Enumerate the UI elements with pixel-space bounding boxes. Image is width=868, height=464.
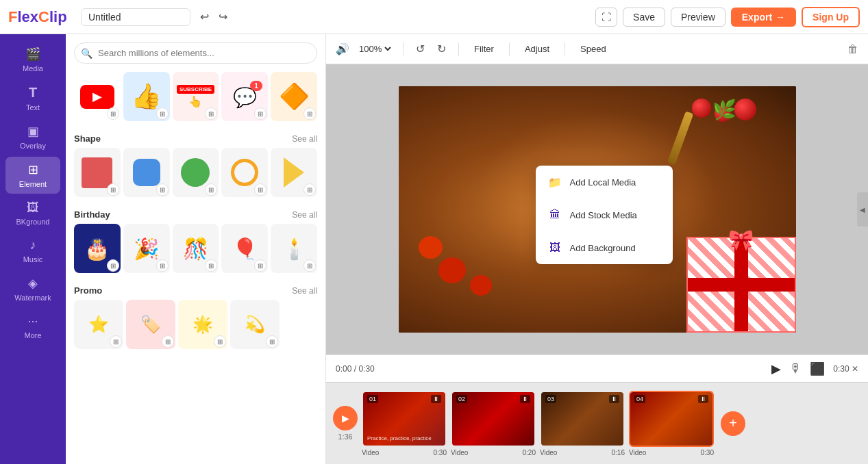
sticker-circle[interactable]: 🔶 ⊞	[271, 72, 317, 121]
sidebar-item-media[interactable]: 🎬 Media	[5, 41, 60, 78]
zoom-select[interactable]: 100%	[356, 43, 393, 55]
bday-party-hat[interactable]: 🎉 ⊞	[123, 224, 170, 273]
signup-button[interactable]: Sign Up	[802, 7, 860, 27]
promo-add2[interactable]: ⊞	[162, 335, 174, 348]
sticker-add-btn2[interactable]: ⊞	[156, 107, 169, 120]
sidebar-item-text[interactable]: T Text	[5, 79, 60, 117]
bday-confetti[interactable]: 🎊 ⊞	[173, 224, 219, 273]
birthday-row: 🎂 ⊞ 🎉 ⊞ 🎊 ⊞ 🎈 ⊞ 🕯️ ⊞	[66, 224, 325, 280]
sticker-thumbsup[interactable]: 👍 ⊞	[123, 72, 170, 121]
shape-rect-red[interactable]: ⊞	[74, 148, 121, 197]
add-local-icon: 📁	[547, 174, 563, 190]
export-button[interactable]: Export →	[731, 8, 796, 27]
bday-add2[interactable]: ⊞	[156, 259, 169, 272]
timeline-clip-4[interactable]: 04 ⏸ Video 0:30	[629, 391, 714, 456]
screen-icon[interactable]: ⬛	[810, 361, 825, 376]
clip-thumb-4: 04 ⏸	[629, 391, 714, 447]
volume-icon[interactable]: 🔊	[336, 42, 349, 55]
promo-3[interactable]: 🌟 ⊞	[178, 300, 227, 349]
topbar: FlexClip ↩ ↪ ⛶ Save Preview Export → Sig…	[0, 0, 868, 34]
forward-button[interactable]: ↻	[434, 40, 449, 58]
delete-button[interactable]: 🗑	[847, 43, 858, 55]
sidebar-item-element[interactable]: ⊞ Element	[5, 157, 60, 194]
shape-ring[interactable]: ⊞	[221, 148, 268, 197]
bday-add5[interactable]: ⊞	[303, 259, 316, 272]
shape-add4[interactable]: ⊞	[254, 183, 266, 196]
logo: FlexClip	[8, 8, 74, 26]
toolbar-divider3	[509, 42, 510, 56]
search-input[interactable]	[74, 42, 317, 64]
rewind-button[interactable]: ↺	[413, 40, 427, 58]
bday-add1[interactable]: ⊞	[107, 259, 119, 272]
speed-button[interactable]: Speed	[575, 41, 612, 57]
sticker-notif[interactable]: 💬 1 ⊞	[221, 72, 268, 121]
shape-add5[interactable]: ⊞	[303, 183, 316, 196]
promo-add1[interactable]: ⊞	[110, 335, 122, 348]
sticker-add-btn[interactable]: ⊞	[107, 107, 119, 120]
add-bg-icon: 🖼	[547, 240, 563, 256]
fullscreen-button[interactable]: ⛶	[595, 8, 617, 27]
current-time: 0:00 / 0:30	[336, 364, 375, 374]
preview-button[interactable]: Preview	[671, 8, 726, 27]
shape-chevron[interactable]: ⊞	[271, 148, 317, 197]
shape-title: Shape	[74, 133, 101, 144]
bday-add4[interactable]: ⊞	[254, 259, 266, 272]
shape-circle-green[interactable]: ⊞	[173, 148, 219, 197]
sidebar-item-more[interactable]: ··· More	[5, 309, 60, 345]
collapse-panel-button[interactable]: ◀	[857, 192, 868, 227]
mic-icon[interactable]: 🎙	[789, 361, 802, 376]
redo-button[interactable]: ↪	[216, 8, 230, 26]
filter-button[interactable]: Filter	[469, 41, 499, 57]
add-clip-button[interactable]: +	[721, 411, 745, 436]
shape-see-all[interactable]: See all	[292, 134, 317, 144]
sticker-add-btn4[interactable]: ⊞	[254, 107, 266, 120]
time-controls: ▶ 🎙 ⬛ 0:30 ✕	[383, 361, 858, 376]
bday-balloons[interactable]: 🎈 ⊞	[221, 224, 268, 273]
clip-thumb-2: 02 ⏸	[451, 391, 536, 447]
music-icon: ♪	[30, 238, 36, 253]
save-button[interactable]: Save	[623, 8, 665, 27]
adjust-button[interactable]: Adjust	[519, 41, 555, 57]
shape-add1[interactable]: ⊞	[107, 183, 119, 196]
sidebar-item-overlay[interactable]: ▣ Overlay	[5, 118, 60, 155]
shape-add2[interactable]: ⊞	[156, 183, 169, 196]
promo-section-header: Promo See all	[66, 280, 325, 300]
timeline-clip-1[interactable]: 01 ⏸ Practice, practice, practice Video …	[362, 391, 447, 456]
undo-button[interactable]: ↩	[197, 8, 212, 26]
bday-candle[interactable]: 🕯️ ⊞	[271, 224, 317, 273]
sticker-subscribe[interactable]: SUBSCRIBE 👆 ⊞	[173, 72, 219, 121]
promo-add3[interactable]: ⊞	[214, 335, 226, 348]
sticker-add-btn3[interactable]: ⊞	[205, 107, 217, 120]
content-area: 🔊 100% ↺ ↻ Filter Adjust Speed 🗑	[326, 34, 868, 464]
context-add-bg[interactable]: 🖼 Add Background	[536, 231, 673, 264]
search-icon: 🔍	[81, 48, 92, 59]
context-add-local[interactable]: 📁 Add Local Media	[536, 166, 673, 198]
promo-4[interactable]: 💫 ⊞	[230, 300, 280, 349]
bday-add3[interactable]: ⊞	[205, 259, 217, 272]
shape-rect-blue[interactable]: ⊞	[123, 148, 170, 197]
promo-1[interactable]: ⭐ ⊞	[74, 300, 123, 349]
sidebar-item-bkground[interactable]: 🖼 BKground	[5, 195, 60, 231]
toolbar-divider4	[565, 42, 565, 56]
context-add-stock[interactable]: 🏛 Add Stock Media	[536, 198, 673, 231]
promo-add4[interactable]: ⊞	[266, 335, 278, 348]
title-input[interactable]	[81, 8, 190, 26]
promo-see-all[interactable]: See all	[292, 286, 317, 296]
sidebar-item-watermark[interactable]: ◈ Watermark	[5, 270, 60, 307]
play-button[interactable]: ▶	[771, 361, 781, 376]
timeline-play-button[interactable]: ▶	[333, 406, 358, 430]
media-icon: 🎬	[25, 47, 40, 62]
more-icon: ···	[27, 314, 38, 328]
birthday-see-all[interactable]: See all	[292, 210, 317, 220]
shape-add3[interactable]: ⊞	[205, 183, 217, 196]
bkground-icon: 🖼	[27, 201, 39, 215]
bday-cake[interactable]: 🎂 ⊞	[74, 224, 121, 273]
sticker-youtube[interactable]: ▶ ⊞	[74, 72, 121, 121]
timeline-clip-3[interactable]: 03 ⏸ Video 0:16	[540, 391, 625, 456]
sticker-add-btn5[interactable]: ⊞	[303, 107, 316, 120]
timeline-clip-2[interactable]: 02 ⏸ Video 0:20	[451, 391, 536, 456]
promo-2[interactable]: 🏷️ ⊞	[126, 300, 175, 349]
sidebar-item-music[interactable]: ♪ Music	[5, 233, 60, 269]
duration-badge: 0:30 ✕	[833, 364, 858, 374]
promo-title: Promo	[74, 285, 102, 296]
